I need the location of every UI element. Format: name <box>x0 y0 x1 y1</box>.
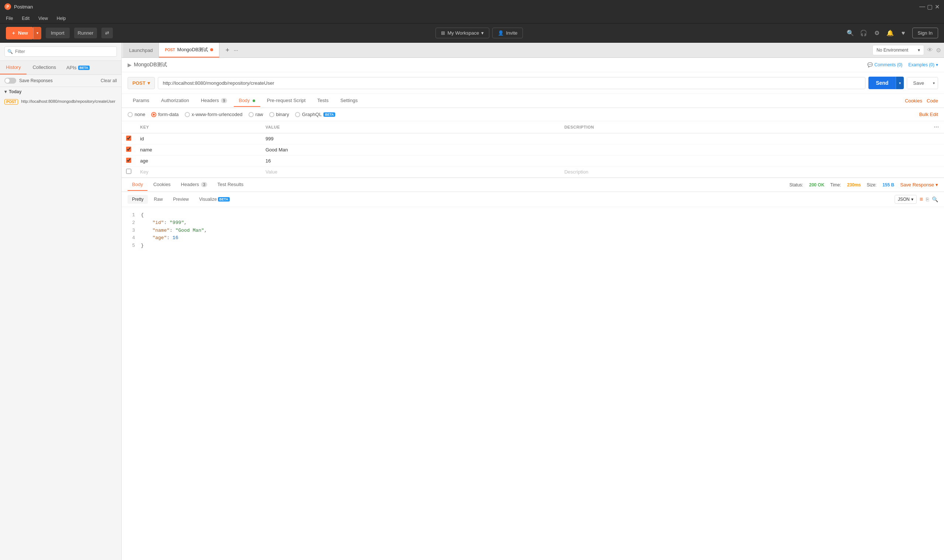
bulk-edit-button[interactable]: Bulk Edit <box>919 112 938 117</box>
maximize-button[interactable]: ▢ <box>927 4 932 9</box>
viewer-tab-visualize[interactable]: Visualize BETA <box>195 195 234 204</box>
row2-value[interactable]: Good Man <box>261 145 560 155</box>
menu-view[interactable]: View <box>37 15 49 22</box>
menu-help[interactable]: Help <box>55 15 68 22</box>
viewer-tab-raw[interactable]: Raw <box>150 195 167 204</box>
tab-prerequest[interactable]: Pre-request Script <box>262 95 311 107</box>
option-none[interactable]: none <box>128 112 145 117</box>
copy-icon[interactable]: ⎘ <box>926 196 929 202</box>
plus-icon: ＋ <box>11 30 16 37</box>
viewer-tab-preview[interactable]: Preview <box>168 195 193 204</box>
row3-checkbox[interactable] <box>126 158 131 163</box>
resp-tab-body[interactable]: Body <box>128 179 148 191</box>
code-line-2: 2 "id": "999", <box>128 219 938 227</box>
workspace-label: My Workspace <box>447 30 479 36</box>
tab-authorization[interactable]: Authorization <box>156 95 194 107</box>
menu-edit[interactable]: Edit <box>20 15 31 22</box>
import-button[interactable]: Import <box>46 28 70 38</box>
gear-icon[interactable]: ⚙ <box>936 47 941 54</box>
eye-icon[interactable]: 👁 <box>927 47 933 54</box>
method-select[interactable]: POST ▾ <box>128 77 155 89</box>
workspace-button[interactable]: ⊞ My Workspace ▾ <box>435 28 489 38</box>
menu-file[interactable]: File <box>5 15 14 22</box>
environment-select[interactable]: No Environment ▾ <box>873 45 924 55</box>
row2-key[interactable]: name <box>136 145 261 155</box>
sort-icon[interactable]: ≡ <box>920 196 923 203</box>
minimize-button[interactable]: — <box>920 4 925 9</box>
add-tab-button[interactable]: + <box>224 46 231 54</box>
option-graphql[interactable]: GraphQL BETA <box>295 112 335 117</box>
tab-mongodb[interactable]: POST MongoDB测试 <box>159 43 219 57</box>
new-button[interactable]: ＋ New <box>6 27 33 39</box>
row1-desc[interactable] <box>560 133 929 145</box>
save-button[interactable]: Save <box>907 77 930 89</box>
option-form-data[interactable]: form-data <box>151 112 179 117</box>
tab-apis[interactable]: APIs BETA <box>62 61 94 74</box>
cookies-button[interactable]: Cookies <box>905 98 922 103</box>
request-name-row: ▶ MongoDB测试 💬 Comments (0) Examples (0) … <box>122 58 944 72</box>
code-button[interactable]: Code <box>927 98 938 103</box>
invite-button[interactable]: 👤 Invite <box>492 28 523 38</box>
tab-headers[interactable]: Headers 9 <box>196 95 232 107</box>
send-dropdown-button[interactable]: ▾ <box>896 77 904 89</box>
row3-key[interactable]: age <box>136 155 261 166</box>
tab-collections[interactable]: Collections <box>26 61 62 74</box>
more-tabs-button[interactable]: ··· <box>234 47 238 53</box>
comments-button[interactable]: 💬 Comments (0) <box>867 62 902 68</box>
method-label: POST <box>133 80 145 86</box>
option-urlencoded[interactable]: x-www-form-urlencoded <box>185 112 243 117</box>
history-item[interactable]: POST http://localhost:8080/mongodb/repos… <box>0 97 121 107</box>
viewer-tabs-row: Pretty Raw Preview Visualize BETA <box>122 192 944 207</box>
placeholder-value[interactable]: Value <box>261 166 560 178</box>
send-button[interactable]: Send <box>868 77 896 89</box>
row1-checkbox[interactable] <box>126 135 131 141</box>
search-icon[interactable]: 🔍 <box>846 29 855 37</box>
resp-tab-cookies[interactable]: Cookies <box>149 179 175 191</box>
tab-settings[interactable]: Settings <box>335 95 363 107</box>
close-button[interactable]: ✕ <box>935 4 939 9</box>
more-options-icon[interactable]: ⋯ <box>934 124 939 130</box>
placeholder-checkbox[interactable] <box>126 169 131 174</box>
url-input[interactable] <box>158 77 865 89</box>
search-input[interactable] <box>5 46 117 57</box>
save-dropdown-button[interactable]: ▾ <box>930 77 938 89</box>
sign-in-button[interactable]: Sign In <box>912 28 938 38</box>
row3-desc[interactable] <box>560 155 929 166</box>
option-raw[interactable]: raw <box>248 112 263 117</box>
tab-body[interactable]: Body <box>234 95 260 107</box>
tab-params[interactable]: Params <box>128 95 154 107</box>
row1-value[interactable]: 999 <box>261 133 560 145</box>
today-label: Today <box>9 89 22 94</box>
resp-tab-testresults[interactable]: Test Results <box>213 179 248 191</box>
send-icon-button[interactable]: ⇄ <box>102 28 113 38</box>
row2-checkbox[interactable] <box>126 147 131 152</box>
bell-icon[interactable]: 🔔 <box>886 29 895 37</box>
row3-value[interactable]: 16 <box>261 155 560 166</box>
tab-tests[interactable]: Tests <box>312 95 334 107</box>
option-binary[interactable]: binary <box>269 112 289 117</box>
app-title: Postman <box>14 4 33 9</box>
examples-button[interactable]: Examples (0) ▾ <box>908 62 938 68</box>
format-select[interactable]: JSON ▾ <box>895 195 917 204</box>
today-section[interactable]: ▾ Today <box>0 87 121 97</box>
tab-launchpad[interactable]: Launchpad <box>123 43 159 57</box>
heart-icon[interactable]: ♥ <box>899 30 908 37</box>
time-value: 230ms <box>847 182 861 188</box>
viewer-tab-pretty[interactable]: Pretty <box>128 195 148 204</box>
search-response-icon[interactable]: 🔍 <box>932 196 938 202</box>
response-area: Body Cookies Headers 3 Test Results Stat… <box>122 178 944 560</box>
runner-button[interactable]: Runner <box>74 28 97 38</box>
new-dropdown-button[interactable]: ▾ <box>33 27 41 39</box>
resp-tab-headers[interactable]: Headers 3 <box>177 179 212 191</box>
placeholder-desc[interactable]: Description <box>560 166 929 178</box>
clear-all-button[interactable]: Clear all <box>101 78 117 83</box>
headset-icon[interactable]: 🎧 <box>859 29 868 37</box>
save-response-button[interactable]: Save Response ▾ <box>900 182 938 188</box>
visualize-beta-badge: BETA <box>218 197 230 202</box>
settings-icon[interactable]: ⚙ <box>873 29 881 37</box>
row1-key[interactable]: id <box>136 133 261 145</box>
row2-desc[interactable] <box>560 145 929 155</box>
tab-history[interactable]: History <box>0 61 26 74</box>
toggle-switch[interactable] <box>5 78 16 84</box>
placeholder-key[interactable]: Key <box>136 166 261 178</box>
